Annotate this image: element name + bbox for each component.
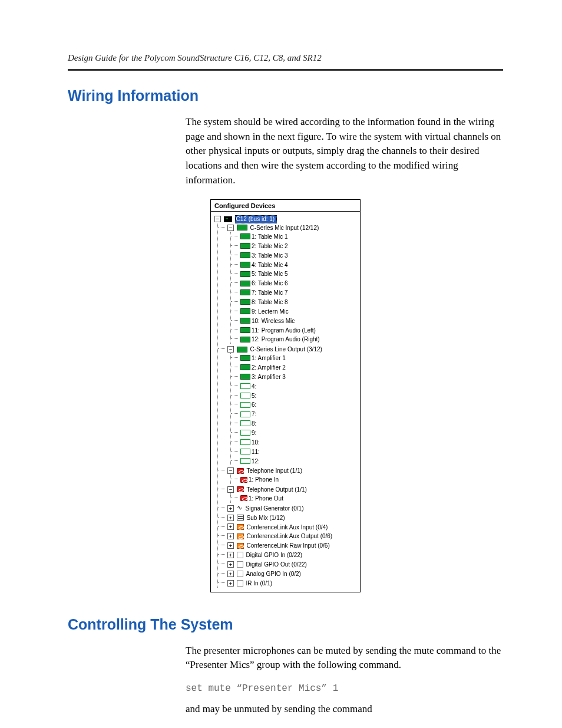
group-icon bbox=[237, 225, 247, 230]
expand-icon[interactable]: + bbox=[227, 542, 234, 549]
tree-item-mic[interactable]: 9: Lectern Mic bbox=[240, 307, 358, 316]
mic-label: 7: Table Mic 7 bbox=[252, 289, 288, 296]
group-label: ConferenceLink Aux Output (0/6) bbox=[247, 533, 333, 539]
port-icon bbox=[240, 337, 250, 342]
tree-group-telephone-output[interactable]: − Telephone Output (1/1) 1: Phone Out bbox=[227, 485, 358, 503]
tree-group-ir-in[interactable]: + IR In (0/1) bbox=[227, 578, 358, 588]
tree-group-line-output[interactable]: − C-Series Line Output (3/12) 1: Amplifi… bbox=[227, 344, 358, 466]
tree-item-mic[interactable]: 1: Table Mic 1 bbox=[240, 232, 358, 241]
tree-item-line[interactable]: 9: bbox=[240, 428, 358, 437]
tree-item-line[interactable]: 11: bbox=[240, 447, 358, 456]
line-label: 11: bbox=[252, 449, 260, 455]
tree-group-signal-generator[interactable]: + ∿ Signal Generator (0/1) bbox=[227, 503, 358, 513]
heading-wiring-information: Wiring Information bbox=[68, 87, 503, 104]
tree-item-phone-out[interactable]: 1: Phone Out bbox=[240, 493, 358, 503]
collapse-icon[interactable]: − bbox=[227, 467, 234, 474]
tree-item-line[interactable]: 6: bbox=[240, 400, 358, 409]
mic-label: 3: Table Mic 3 bbox=[252, 252, 288, 259]
tree-item-line[interactable]: 4: bbox=[240, 381, 358, 391]
port-empty-icon bbox=[240, 458, 250, 464]
line-label: 12: bbox=[252, 457, 260, 464]
phone-out-label: 1: Phone Out bbox=[249, 495, 283, 502]
port-icon bbox=[240, 281, 250, 286]
tree-group-conflink-raw-input[interactable]: + ConferenceLink Raw Input (0/6) bbox=[227, 541, 358, 550]
mic-label: 12: Program Audio (Right) bbox=[252, 336, 320, 342]
group-label: ConferenceLink Raw Input (0/6) bbox=[247, 542, 330, 549]
mic-label: 5: Table Mic 5 bbox=[252, 271, 288, 277]
collapse-icon[interactable]: − bbox=[227, 346, 234, 353]
collapse-icon[interactable]: − bbox=[227, 225, 234, 231]
expand-icon[interactable]: + bbox=[227, 515, 234, 521]
expand-icon[interactable]: + bbox=[227, 523, 234, 530]
port-empty-icon bbox=[240, 430, 250, 436]
tree-group-digital-gpio-in[interactable]: + Digital GPIO In (0/22) bbox=[227, 550, 358, 559]
collapse-icon[interactable]: − bbox=[227, 486, 234, 493]
expand-icon[interactable]: + bbox=[227, 533, 234, 539]
mic-label: 9: Lectern Mic bbox=[252, 308, 289, 315]
group-label: IR In (0/1) bbox=[246, 580, 272, 587]
port-icon bbox=[240, 243, 250, 249]
device-tree[interactable]: − C12 (bus id: 1) − C-Series Mic Input (… bbox=[211, 214, 360, 588]
tree-item-mic[interactable]: 2: Table Mic 2 bbox=[240, 241, 358, 251]
conference-link-icon bbox=[237, 533, 244, 539]
tree-item-line[interactable]: 12: bbox=[240, 456, 358, 466]
port-icon bbox=[240, 308, 250, 314]
tree-item-mic[interactable]: 10: Wireless Mic bbox=[240, 316, 358, 325]
wiring-paragraph: The system should be wired according to … bbox=[186, 115, 503, 187]
group-label: Signal Generator (0/1) bbox=[246, 505, 304, 512]
mic-label: 8: Table Mic 8 bbox=[252, 299, 288, 305]
port-icon bbox=[240, 252, 250, 258]
port-empty-icon bbox=[240, 420, 250, 426]
tree-item-line[interactable]: 3: Amplifier 3 bbox=[240, 372, 358, 381]
tree-item-line[interactable]: 8: bbox=[240, 419, 358, 428]
port-icon bbox=[240, 233, 250, 239]
expand-icon[interactable]: + bbox=[227, 552, 234, 558]
expand-icon[interactable]: + bbox=[227, 505, 234, 512]
panel-title: Configured Devices bbox=[211, 200, 360, 212]
tree-item-line[interactable]: 1: Amplifier 1 bbox=[240, 353, 358, 363]
tree-group-conflink-aux-output[interactable]: + ConferenceLink Aux Output (0/6) bbox=[227, 531, 358, 541]
tree-group-conflink-aux-input[interactable]: + ConferenceLink Aux Input (0/4) bbox=[227, 522, 358, 532]
gpio-icon bbox=[237, 580, 243, 587]
tree-root-device[interactable]: − C12 (bus id: 1) − C-Series Mic Input (… bbox=[214, 214, 358, 588]
tree-group-analog-gpio-in[interactable]: + Analog GPIO In (0/2) bbox=[227, 569, 358, 578]
tree-group-sub-mix[interactable]: + Sub Mix (1/12) bbox=[227, 513, 358, 522]
mic-label: 2: Table Mic 2 bbox=[252, 243, 288, 249]
mic-list: 1: Table Mic 1 2: Table Mic 2 3: Table M… bbox=[230, 232, 358, 344]
expand-icon[interactable]: + bbox=[227, 561, 234, 568]
group-icon bbox=[237, 347, 247, 353]
tree-item-mic[interactable]: 8: Table Mic 8 bbox=[240, 297, 358, 307]
port-empty-icon bbox=[240, 411, 250, 417]
collapse-icon[interactable]: − bbox=[214, 216, 221, 222]
tree-group-mic-input[interactable]: − C-Series Mic Input (12/12) 1: Table Mi… bbox=[227, 223, 358, 344]
line-label: 7: bbox=[252, 411, 256, 417]
port-icon bbox=[240, 289, 250, 295]
tree-item-phone-in[interactable]: 1: Phone In bbox=[240, 475, 358, 484]
tree-item-mic[interactable]: 3: Table Mic 3 bbox=[240, 251, 358, 260]
tree-item-line[interactable]: 2: Amplifier 2 bbox=[240, 363, 358, 372]
mic-label: 11: Program Audio (Left) bbox=[252, 327, 316, 333]
mic-label: 4: Table Mic 4 bbox=[252, 261, 288, 268]
root-label[interactable]: C12 (bus id: 1) bbox=[235, 215, 277, 223]
tree-item-mic[interactable]: 4: Table Mic 4 bbox=[240, 260, 358, 269]
port-empty-icon bbox=[240, 393, 250, 398]
tree-item-line[interactable]: 10: bbox=[240, 437, 358, 447]
expand-icon[interactable]: + bbox=[227, 571, 234, 577]
mic-label: 1: Table Mic 1 bbox=[252, 233, 288, 240]
tree-item-mic[interactable]: 5: Table Mic 5 bbox=[240, 269, 358, 278]
tree-item-mic[interactable]: 12: Program Audio (Right) bbox=[240, 334, 358, 344]
device-icon bbox=[224, 216, 232, 222]
tree-group-digital-gpio-out[interactable]: + Digital GPIO Out (0/22) bbox=[227, 559, 358, 569]
tree-group-telephone-input[interactable]: − Telephone Input (1/1) 1: Phone In bbox=[227, 466, 358, 485]
port-icon bbox=[240, 271, 250, 277]
group-label: Analog GPIO In (0/2) bbox=[246, 571, 301, 577]
group-label: C-Series Mic Input (12/12) bbox=[250, 225, 319, 231]
tree-item-line[interactable]: 7: bbox=[240, 409, 358, 419]
tree-item-line[interactable]: 5: bbox=[240, 391, 358, 400]
tree-item-mic[interactable]: 6: Table Mic 6 bbox=[240, 278, 358, 288]
group-label: Telephone Output (1/1) bbox=[247, 486, 307, 493]
header-rule bbox=[68, 69, 503, 71]
tree-item-mic[interactable]: 7: Table Mic 7 bbox=[240, 288, 358, 297]
tree-item-mic[interactable]: 11: Program Audio (Left) bbox=[240, 325, 358, 335]
expand-icon[interactable]: + bbox=[227, 580, 234, 587]
